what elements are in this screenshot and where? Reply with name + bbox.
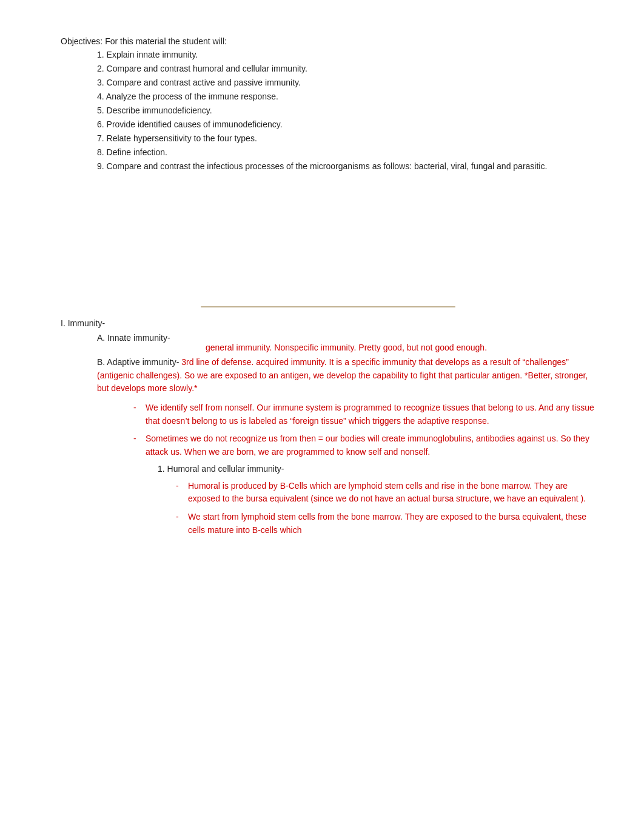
sub-numbered: 1. Humoral and cellular immunity- Humora… (146, 463, 595, 537)
objectives-title: Objectives: For this material the studen… (61, 36, 595, 46)
divider-area (61, 306, 595, 307)
section-i-heading: I. Immunity- (61, 318, 595, 328)
bullet-list: We identify self from nonself. Our immun… (61, 401, 595, 537)
subsection-b: B. Adaptive immunity- 3rd line of defens… (61, 356, 595, 395)
sub-bullet-list: Humoral is produced by B-Cells which are… (158, 480, 595, 537)
list-item: Sometimes we do not recognize us from th… (133, 432, 595, 537)
list-item-text: 9. Compare and contrast the infectious p… (97, 161, 547, 171)
list-item: We identify self from nonself. Our immun… (133, 401, 595, 428)
list-item: 9. Compare and contrast the infectious p… (97, 160, 595, 173)
objectives-list: 1. Explain innate immunity. 2. Compare a… (61, 49, 595, 173)
list-item: 7. Relate hypersensitivity to the four t… (97, 132, 595, 145)
list-item: Humoral is produced by B-Cells which are… (176, 480, 595, 506)
list-item: 6. Provide identified causes of immunode… (97, 118, 595, 131)
list-item: 3. Compare and contrast active and passi… (97, 76, 595, 89)
list-item: 1. Explain innate immunity. (97, 49, 595, 61)
sub-numbered-label: 1. Humoral and cellular immunity- (158, 463, 595, 476)
subsection-a: A. Innate immunity- general immunity. No… (61, 333, 595, 352)
subsection-a-label: A. Innate immunity- (97, 333, 170, 343)
subsection-a-text: A. Innate immunity- general immunity. No… (97, 333, 595, 352)
divider-line (201, 306, 455, 307)
subsection-a-red: general immunity. Nonspecific immunity. … (97, 343, 595, 352)
subsection-b-label: B. Adaptive immunity- (97, 357, 179, 367)
list-item: 8. Define infection. (97, 146, 595, 159)
list-item: 5. Describe immunodeficiency. (97, 104, 595, 117)
section-i: I. Immunity- A. Innate immunity- general… (61, 318, 595, 537)
list-item: 2. Compare and contrast humoral and cell… (97, 62, 595, 75)
list-item: 4. Analyze the process of the immune res… (97, 90, 595, 103)
list-item: We start from lymphoid stem cells from t… (176, 511, 595, 537)
subsection-b-text: B. Adaptive immunity- 3rd line of defens… (97, 356, 595, 395)
objectives-section: Objectives: For this material the studen… (61, 36, 595, 173)
